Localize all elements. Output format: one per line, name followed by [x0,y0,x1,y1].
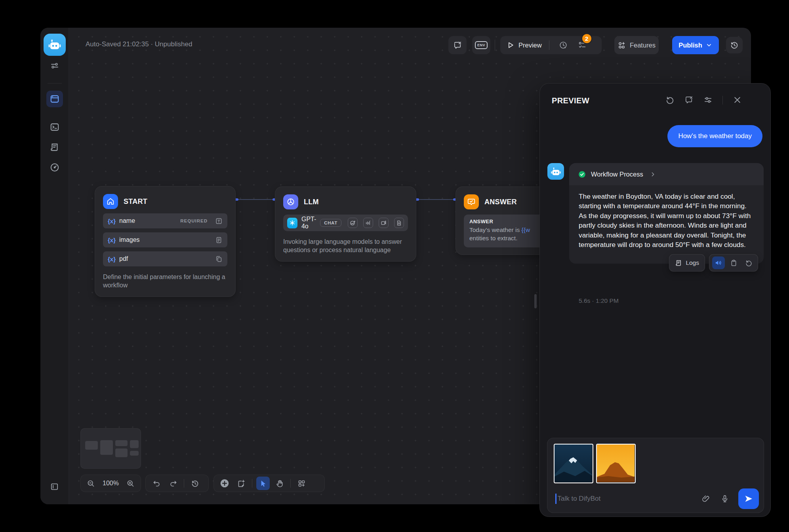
workflow-process-label: Workflow Process [591,171,643,178]
preview-button[interactable]: Preview [507,41,542,49]
features-label: Features [630,42,656,49]
start-node-icon [103,194,118,209]
text-type-icon [215,217,223,225]
chat-input-box [547,438,764,513]
copy-button[interactable] [727,256,740,269]
zoom-in-button[interactable] [124,477,137,490]
close-panel-icon[interactable] [733,95,742,104]
message-meta: 5.6s · 1:20 PM [579,297,619,304]
start-node-title: START [124,198,147,206]
run-history-button[interactable] [556,38,570,52]
variable-icon: {x} [108,218,116,224]
variable-label: images [119,236,212,243]
annotation-icon[interactable] [684,95,694,104]
publish-label: Publish [678,42,702,49]
restart-conversation-icon[interactable] [665,95,675,104]
play-icon [507,41,515,49]
add-node-button[interactable] [218,477,231,490]
workflow-settings-icon[interactable] [46,57,63,74]
chat-input[interactable] [558,495,697,503]
preferences-icon[interactable] [703,95,713,104]
redo-button[interactable] [166,477,180,490]
zoom-out-button[interactable] [85,477,97,490]
edge-llm-answer [416,199,455,200]
audio-capability-icon [363,218,373,228]
sidebar-item-monitoring[interactable] [46,159,63,176]
env-icon: ENV [475,41,488,49]
llm-node-description: Invoking large language models to answer… [283,238,408,254]
undo-button[interactable] [150,477,163,490]
collapse-sidebar-icon[interactable] [46,478,63,495]
env-variables-button[interactable]: ENV [472,36,490,54]
preview-panel-title: PREVIEW [552,96,589,105]
brain-icon [286,197,295,207]
text-caret [555,494,556,504]
run-group-divider [549,40,549,50]
sidebar-item-api[interactable] [46,119,63,135]
uploaded-image-mountain-night[interactable] [554,444,593,483]
variable-icon: {x} [108,237,116,243]
edge-start-llm [236,199,275,200]
history-icon [730,41,739,49]
openai-logo-icon [287,218,297,228]
variable-icon: {x} [108,256,116,262]
home-icon [106,197,115,206]
features-icon [617,41,626,49]
start-node-description: Define the initial parameters for launch… [103,273,227,289]
workflow-process-toggle[interactable]: Workflow Process [569,163,764,185]
variable-row-name[interactable]: {x} name REQUIRED [103,213,227,228]
variable-row-images[interactable]: {x} images [103,232,227,247]
preview-panel: PREVIEW How's the weather today [539,83,771,517]
variable-row-pdf[interactable]: {x} pdf [103,251,227,266]
variable-label: name [119,217,177,224]
annotation-button[interactable] [448,36,467,54]
start-node[interactable]: START {x} name REQUIRED {x} images {x} p… [95,186,236,297]
features-button[interactable]: Features [614,36,659,54]
chat-check-icon [467,198,476,206]
logs-icon [675,259,682,267]
paperclip-icon [701,494,710,503]
message-actions: Logs [669,254,758,272]
organize-nodes-button[interactable] [295,477,308,490]
checklist-badge: 2 [581,33,592,44]
llm-node-icon [283,194,298,209]
add-note-button[interactable] [234,477,248,490]
bot-message-card: Workflow Process The weather in Boydton,… [569,163,764,264]
canvas-tools [213,475,325,492]
zoom-level: 100% [100,480,121,487]
read-aloud-button[interactable] [712,256,725,269]
minimap[interactable] [80,428,141,469]
chevron-down-icon [705,42,713,49]
autosave-status: Auto-Saved 21:02:35 · Unpublished [86,40,192,48]
attach-file-button[interactable] [701,494,710,503]
success-check-icon [578,170,586,179]
variable-label: pdf [119,255,212,262]
pointer-mode-button[interactable] [256,477,270,490]
regenerate-button[interactable] [742,256,755,269]
checklist-button[interactable]: 2 [576,38,589,52]
llm-node-title: LLM [304,198,319,206]
model-name: GPT-4o [301,216,316,230]
answer-node-icon [464,194,479,209]
change-history-button[interactable] [188,477,202,490]
uploaded-image-mountain-sunset[interactable] [596,444,636,483]
publish-button[interactable]: Publish [672,36,719,54]
sidebar-item-logs[interactable] [46,139,63,156]
llm-node[interactable]: LLM GPT-4o CHAT [275,186,416,262]
voice-input-button[interactable] [720,494,729,503]
sidebar-item-orchestrate[interactable] [46,91,63,107]
sidebar [40,28,69,504]
regenerate-icon [745,259,753,267]
send-button[interactable] [738,488,759,509]
model-selector[interactable]: GPT-4o CHAT [283,215,408,231]
answer-node-title: ANSWER [484,198,517,206]
logs-button[interactable]: Logs [669,254,705,272]
file-list-type-icon [215,236,223,244]
files-type-icon [215,255,223,263]
hand-mode-button[interactable] [273,477,286,490]
version-history-button[interactable] [726,37,743,53]
app-logo[interactable] [44,34,66,56]
clipboard-icon [730,259,738,267]
bot-avatar [547,163,564,180]
canvas-scrollbar[interactable] [534,294,537,308]
